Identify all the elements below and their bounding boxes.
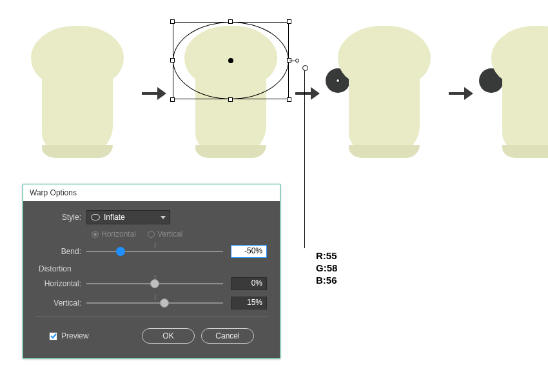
- stage-4: [480, 26, 548, 161]
- arrow-icon: [142, 89, 166, 98]
- center-point[interactable]: [228, 58, 233, 63]
- distortion-horizontal-label: Horizontal:: [36, 279, 86, 288]
- warp-options-dialog: Warp Options Style: Inflate Horizontal V…: [23, 184, 280, 358]
- arrow-icon: [295, 89, 320, 98]
- panda-body: [491, 26, 548, 158]
- divider: [36, 316, 267, 317]
- panda-body: [31, 26, 124, 158]
- panda-head: [491, 26, 548, 84]
- resize-handle[interactable]: [287, 97, 291, 102]
- style-value: Inflate: [104, 213, 125, 222]
- illustration-row: [19, 26, 548, 161]
- orientation-radio-group: Horizontal Vertical: [92, 230, 267, 239]
- ok-button[interactable]: OK: [142, 328, 195, 344]
- orientation-vertical-radio[interactable]: Vertical: [148, 230, 182, 239]
- stage-2: [173, 26, 289, 161]
- side-control-handle[interactable]: [295, 59, 299, 63]
- resize-handle[interactable]: [228, 97, 233, 102]
- resize-handle[interactable]: [228, 19, 233, 24]
- cancel-button[interactable]: Cancel: [201, 328, 254, 344]
- rgb-r: R:55: [316, 250, 337, 262]
- preview-label: Preview: [61, 331, 89, 340]
- distortion-heading: Distortion: [39, 264, 267, 273]
- check-icon: [50, 333, 57, 339]
- resize-handle[interactable]: [170, 97, 175, 102]
- rgb-b: B:56: [316, 275, 337, 287]
- resize-handle[interactable]: [170, 58, 175, 63]
- stage-3: [326, 26, 442, 161]
- resize-handle[interactable]: [287, 19, 291, 24]
- panda-head: [31, 26, 124, 84]
- orientation-horizontal-radio[interactable]: Horizontal: [92, 230, 136, 239]
- panda-body: [338, 26, 431, 158]
- chevron-down-icon: [161, 216, 166, 219]
- panda-head: [338, 26, 431, 84]
- distortion-vertical-slider[interactable]: [86, 297, 223, 309]
- distortion-horizontal-value[interactable]: 0%: [231, 277, 267, 290]
- rgb-annotation: R:55 G:58 B:56: [316, 250, 337, 286]
- bend-value-input[interactable]: -50%: [231, 245, 267, 258]
- rgb-g: G:58: [316, 262, 337, 275]
- preview-checkbox[interactable]: [49, 332, 57, 340]
- selection-bounding-box[interactable]: [173, 22, 289, 99]
- style-label: Style:: [36, 213, 86, 222]
- distortion-vertical-value[interactable]: 15%: [231, 297, 267, 309]
- distortion-horizontal-slider[interactable]: [86, 277, 223, 290]
- distortion-vertical-label: Vertical:: [36, 299, 86, 308]
- bend-label: Bend:: [36, 247, 86, 256]
- bend-slider[interactable]: [86, 245, 223, 258]
- inflate-icon: [91, 214, 100, 220]
- arrow-icon: [449, 89, 473, 98]
- annotation-leader-line: [304, 68, 305, 248]
- dialog-title: Warp Options: [30, 188, 77, 197]
- style-select[interactable]: Inflate: [86, 210, 170, 224]
- resize-handle[interactable]: [170, 19, 175, 24]
- stage-1: [19, 26, 135, 161]
- dialog-titlebar[interactable]: Warp Options: [23, 184, 280, 201]
